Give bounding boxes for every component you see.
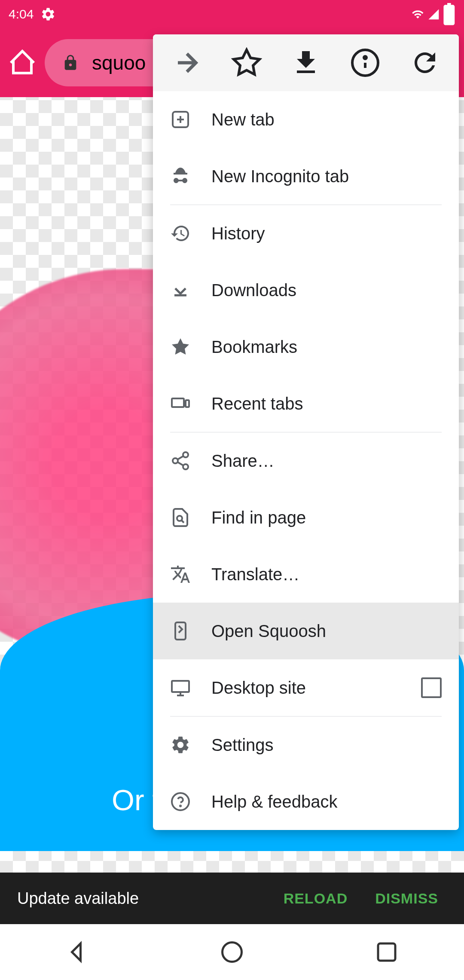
back-nav-button[interactable] bbox=[64, 939, 90, 965]
open-app-icon bbox=[170, 621, 191, 641]
menu-settings-label: Settings bbox=[211, 735, 274, 755]
download-button[interactable] bbox=[290, 47, 321, 78]
menu-translate-label: Translate… bbox=[211, 565, 299, 584]
menu-share-label: Share… bbox=[211, 451, 275, 471]
svg-line-12 bbox=[177, 456, 183, 459]
menu-bookmarks-label: Bookmarks bbox=[211, 337, 297, 357]
bookmark-star-button[interactable] bbox=[231, 47, 262, 78]
new-tab-icon bbox=[170, 109, 191, 130]
svg-rect-16 bbox=[172, 681, 189, 692]
menu-icon-row bbox=[153, 34, 459, 91]
menu-new-tab-label: New tab bbox=[211, 110, 275, 129]
android-nav-bar bbox=[0, 924, 464, 980]
svg-rect-6 bbox=[172, 398, 184, 407]
status-bar: 4:04 bbox=[0, 0, 464, 28]
menu-recent-tabs-label: Recent tabs bbox=[211, 394, 303, 413]
browser-overflow-menu: New tab New Incognito tab History Downlo… bbox=[153, 34, 459, 830]
desktop-site-checkbox[interactable] bbox=[421, 677, 442, 698]
svg-point-21 bbox=[223, 943, 242, 962]
status-right bbox=[412, 3, 455, 25]
menu-history-label: History bbox=[211, 224, 265, 243]
gear-icon bbox=[40, 6, 56, 22]
help-icon bbox=[170, 791, 191, 812]
dismiss-action[interactable]: DISMISS bbox=[366, 890, 447, 907]
svg-point-20 bbox=[180, 805, 181, 806]
update-snackbar: Update available RELOAD DISMISS bbox=[0, 873, 464, 924]
svg-point-9 bbox=[173, 458, 178, 463]
recent-tabs-icon bbox=[170, 393, 191, 414]
reload-action[interactable]: RELOAD bbox=[275, 890, 357, 907]
forward-button[interactable] bbox=[171, 47, 202, 78]
svg-rect-7 bbox=[186, 400, 189, 407]
status-time: 4:04 bbox=[9, 7, 34, 21]
menu-bookmarks[interactable]: Bookmarks bbox=[153, 318, 459, 375]
status-left: 4:04 bbox=[9, 6, 56, 22]
menu-open-app-label: Open Squoosh bbox=[211, 622, 326, 641]
share-icon bbox=[170, 450, 191, 471]
home-nav-button[interactable] bbox=[219, 939, 245, 965]
translate-icon bbox=[170, 564, 191, 585]
svg-point-2 bbox=[364, 56, 366, 59]
signal-icon bbox=[427, 8, 440, 21]
svg-rect-22 bbox=[378, 943, 395, 961]
menu-open-app[interactable]: Open Squoosh bbox=[153, 603, 459, 659]
downloads-icon bbox=[170, 280, 191, 300]
url-text: squoo bbox=[92, 51, 146, 74]
history-icon bbox=[170, 223, 191, 244]
menu-new-tab[interactable]: New tab bbox=[153, 91, 459, 148]
menu-help-label: Help & feedback bbox=[211, 792, 338, 812]
menu-translate[interactable]: Translate… bbox=[153, 546, 459, 603]
lock-icon bbox=[62, 54, 79, 71]
svg-line-14 bbox=[181, 520, 184, 523]
wifi-icon bbox=[412, 8, 424, 21]
menu-recent-tabs[interactable]: Recent tabs bbox=[153, 375, 459, 432]
home-button[interactable] bbox=[7, 47, 38, 78]
settings-gear-icon bbox=[170, 735, 191, 755]
find-in-page-icon bbox=[170, 507, 191, 528]
desktop-icon bbox=[170, 677, 191, 698]
menu-new-incognito-label: New Incognito tab bbox=[211, 167, 349, 186]
menu-settings[interactable]: Settings bbox=[153, 717, 459, 773]
bookmarks-star-icon bbox=[170, 337, 191, 357]
menu-new-incognito-tab[interactable]: New Incognito tab bbox=[153, 148, 459, 205]
menu-find-in-page[interactable]: Find in page bbox=[153, 489, 459, 546]
menu-desktop-label: Desktop site bbox=[211, 678, 306, 698]
menu-share[interactable]: Share… bbox=[153, 432, 459, 489]
incognito-icon bbox=[170, 166, 191, 187]
menu-desktop-site[interactable]: Desktop site bbox=[153, 659, 459, 716]
reload-button[interactable] bbox=[409, 47, 440, 78]
recents-nav-button[interactable] bbox=[374, 939, 400, 965]
svg-point-10 bbox=[183, 464, 188, 469]
menu-help[interactable]: Help & feedback bbox=[153, 773, 459, 830]
svg-line-11 bbox=[177, 462, 183, 466]
menu-find-label: Find in page bbox=[211, 508, 306, 527]
menu-history[interactable]: History bbox=[153, 205, 459, 262]
snackbar-message: Update available bbox=[17, 889, 265, 908]
svg-point-8 bbox=[183, 452, 188, 457]
battery-icon bbox=[443, 3, 455, 25]
menu-downloads[interactable]: Downloads bbox=[153, 262, 459, 318]
info-button[interactable] bbox=[350, 47, 381, 78]
menu-downloads-label: Downloads bbox=[211, 281, 296, 300]
